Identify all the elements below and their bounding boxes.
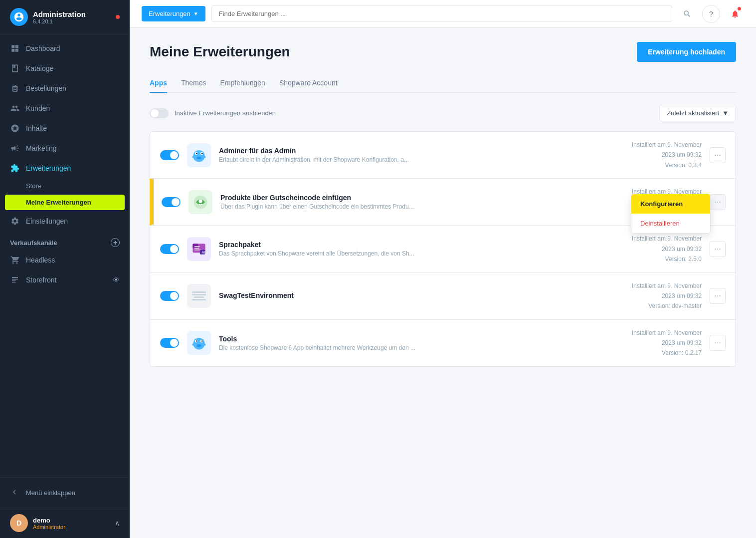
adminer-icon (187, 143, 211, 167)
sidebar-item-einstellungen[interactable]: Einstellungen (0, 211, 130, 231)
user-section[interactable]: D demo Administrator ∧ (0, 508, 130, 538)
sidebar-item-bestellungen[interactable]: Bestellungen (0, 78, 130, 98)
coupon-toggle[interactable] (162, 197, 181, 207)
headless-icon (10, 255, 20, 265)
sidebar-item-marketing-label: Marketing (26, 144, 56, 152)
swagtest-info: SwagTestEnvironment (219, 291, 632, 301)
sidebar-sub-store[interactable]: Store (0, 178, 130, 194)
sprachpaket-meta: Installiert am 9. November 2023 um 09:32… (632, 234, 702, 264)
app-name: Administration (33, 10, 86, 18)
extension-card-tools: Tools Die kostenlose Shopware 6 App bein… (150, 320, 736, 367)
search-filter-btn[interactable]: Erweiterungen ▼ (142, 6, 205, 21)
sprachpaket-menu-btn[interactable]: ··· (710, 241, 726, 257)
sidebar-item-storefront[interactable]: Storefront 👁 (0, 270, 130, 290)
filter-bar: Inaktive Erweiterungen ausblenden Zuletz… (150, 105, 736, 121)
sidebar-item-erweiterungen-label: Erweiterungen (26, 164, 71, 172)
user-avatar: D (10, 514, 28, 532)
search-input[interactable] (211, 5, 672, 22)
search-icon[interactable] (678, 5, 696, 23)
chevron-down-icon: ▼ (193, 11, 198, 16)
extension-card-swagtest: SwagTestEnvironment Installiert am 9. No… (150, 273, 736, 320)
add-sales-channel-icon[interactable]: + (111, 238, 120, 247)
tab-apps[interactable]: Apps (150, 74, 167, 93)
sidebar-item-headless-label: Headless (26, 256, 55, 264)
kunden-icon (10, 103, 20, 113)
collapse-menu-btn[interactable]: Menü einklappen (10, 484, 120, 502)
notification-icon[interactable] (726, 5, 744, 23)
tab-shopware-account[interactable]: Shopware Account (279, 74, 338, 93)
inactive-toggle-row: Inaktive Erweiterungen ausblenden (150, 108, 276, 118)
sort-label: Zuletzt aktualisiert (667, 109, 719, 117)
swagtest-name: SwagTestEnvironment (219, 291, 632, 299)
tools-name: Tools (219, 335, 632, 343)
coupon-icon (189, 190, 212, 214)
sort-dropdown[interactable]: Zuletzt aktualisiert ▼ (659, 105, 736, 121)
context-menu: Konfigurieren Deinstallieren (631, 194, 711, 234)
sidebar-item-dashboard[interactable]: Dashboard (0, 38, 130, 58)
swagtest-toggle[interactable] (160, 291, 179, 301)
sidebar: Administration 6.4.20.1 Dashboard Katalo… (0, 0, 130, 538)
sidebar-item-marketing[interactable]: Marketing (0, 138, 130, 158)
extension-card-adminer: Adminer für das Admin Erlaubt direkt in … (150, 131, 736, 179)
sidebar-sub-meine-erweiterungen[interactable]: Meine Erweiterungen (5, 195, 125, 210)
tools-installed: Installiert am 9. November 2023 um 09:32… (632, 328, 702, 358)
tools-toggle[interactable] (160, 338, 179, 348)
swagtest-menu-btn[interactable]: ··· (710, 288, 726, 304)
context-menu-konfigurieren[interactable]: Konfigurieren (631, 194, 710, 214)
inhalte-icon (10, 123, 20, 133)
tab-themes[interactable]: Themes (181, 74, 206, 93)
sidebar-item-headless[interactable]: Headless (0, 250, 130, 270)
svg-point-8 (192, 156, 196, 158)
sprachpaket-icon: AB (187, 237, 211, 261)
svg-point-28 (202, 344, 205, 346)
help-icon[interactable]: ? (702, 5, 720, 23)
user-chevron-icon: ∧ (115, 519, 120, 527)
notification-badge (738, 7, 741, 10)
sidebar-item-erweiterungen[interactable]: Erweiterungen (0, 158, 130, 178)
content: Meine Erweiterungen Erweiterung hochlade… (130, 28, 756, 538)
svg-point-6 (201, 153, 203, 154)
upload-extension-btn[interactable]: Erweiterung hochladen (637, 42, 736, 62)
tab-empfehlungen[interactable]: Empfehlungen (220, 74, 265, 93)
sidebar-item-inhalte[interactable]: Inhalte (0, 118, 130, 138)
dashboard-icon (10, 43, 20, 53)
tools-meta: Installiert am 9. November 2023 um 09:32… (632, 328, 702, 358)
sidebar-item-einstellungen-label: Einstellungen (26, 217, 68, 225)
inactive-toggle[interactable] (150, 108, 169, 118)
adminer-menu-btn[interactable]: ··· (710, 147, 726, 163)
sales-channels-label: Verkaufskanäle (10, 239, 57, 247)
marketing-icon (10, 143, 20, 153)
svg-point-25 (201, 340, 203, 342)
page-title: Meine Erweiterungen (150, 44, 290, 60)
erweiterungen-icon (10, 163, 20, 173)
bestellungen-icon (10, 83, 20, 93)
coupon-menu-btn[interactable]: ··· (710, 194, 726, 210)
sidebar-header: Administration 6.4.20.1 (0, 0, 130, 34)
sidebar-item-kunden[interactable]: Kunden (0, 98, 130, 118)
user-role: Administrator (33, 524, 65, 530)
sprachpaket-toggle[interactable] (160, 244, 179, 254)
sidebar-item-kataloge-label: Kataloge (26, 64, 53, 72)
sprachpaket-name: Sprachpaket (219, 241, 632, 249)
sidebar-item-kunden-label: Kunden (26, 104, 50, 112)
svg-text:AB: AB (201, 250, 206, 255)
svg-point-27 (192, 344, 196, 346)
sidebar-footer: Menü einklappen (0, 477, 130, 508)
svg-rect-13 (192, 244, 198, 248)
tools-menu-btn[interactable]: ··· (710, 335, 726, 351)
coupon-name: Produkte über Gutscheincode einfügen (220, 194, 632, 202)
svg-point-9 (202, 156, 205, 158)
page-header: Meine Erweiterungen Erweiterung hochlade… (150, 42, 736, 62)
collapse-icon (10, 488, 20, 498)
store-label: Store (26, 182, 41, 190)
svg-point-24 (196, 340, 197, 342)
coupon-highlight-bar (152, 179, 154, 225)
swagtest-icon (187, 284, 211, 308)
sidebar-item-kataloge[interactable]: Kataloge (0, 58, 130, 78)
tools-icon-img (187, 331, 211, 355)
svg-point-26 (197, 344, 201, 347)
inactive-toggle-label: Inaktive Erweiterungen ausblenden (175, 109, 276, 117)
adminer-toggle[interactable] (160, 150, 179, 160)
context-menu-deinstallieren[interactable]: Deinstallieren (631, 214, 710, 233)
swagtest-meta: Installiert am 9. November 2023 um 09:32… (632, 281, 702, 311)
